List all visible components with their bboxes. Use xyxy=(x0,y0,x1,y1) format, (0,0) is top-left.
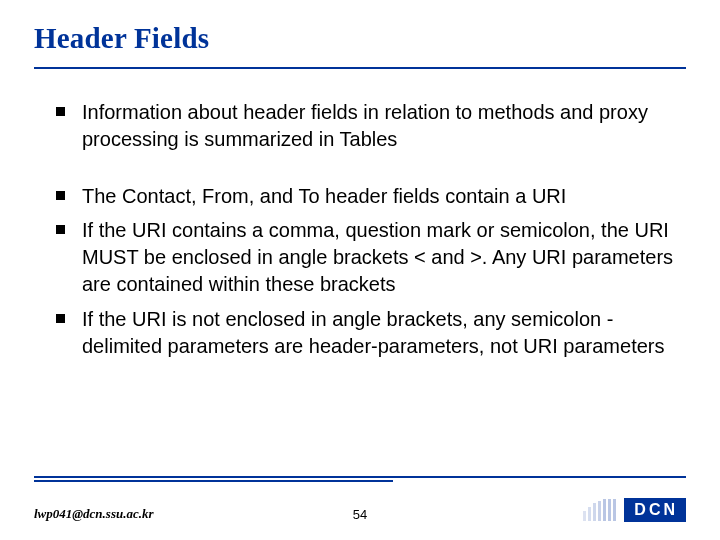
bullet-item: The Contact, From, and To header fields … xyxy=(56,183,680,210)
bullet-list: Information about header fields in relat… xyxy=(34,99,686,153)
slide-footer: lwp041@dcn.ssu.ac.kr 54 DCN xyxy=(0,482,720,522)
bullet-item: If the URI is not enclosed in angle brac… xyxy=(56,306,680,360)
bullet-list: The Contact, From, and To header fields … xyxy=(34,183,686,360)
dcn-badge: DCN xyxy=(624,498,686,522)
title-underline xyxy=(34,67,686,69)
bullet-item: If the URI contains a comma, question ma… xyxy=(56,217,680,297)
footer-logo-block: DCN xyxy=(583,498,686,522)
footer-rules xyxy=(34,476,686,482)
group-spacer xyxy=(34,161,686,183)
bullet-item: Information about header fields in relat… xyxy=(56,99,680,153)
slide-title: Header Fields xyxy=(34,22,686,55)
footer-rule-bottom xyxy=(34,480,393,482)
slide: Header Fields Information about header f… xyxy=(0,0,720,540)
footer-rule-top xyxy=(34,476,686,478)
logo-bars-icon xyxy=(583,499,616,521)
